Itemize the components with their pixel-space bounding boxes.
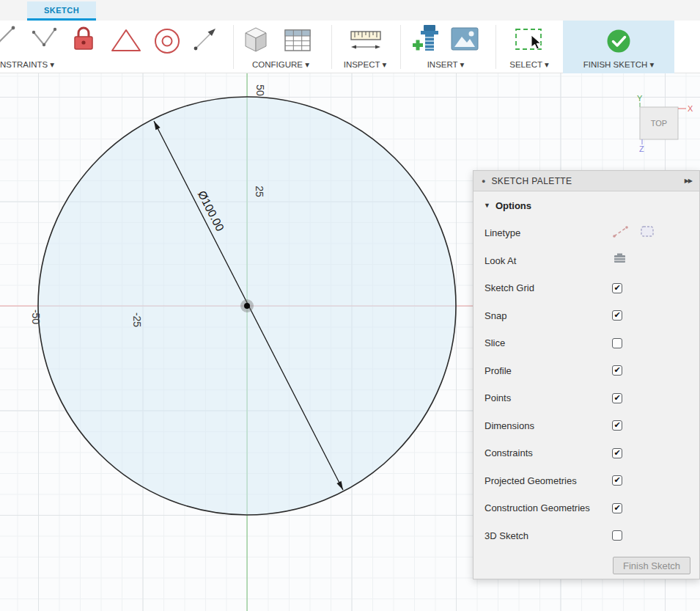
check-icon: ✔ (614, 421, 620, 429)
linetype-normal-icon[interactable] (639, 224, 655, 242)
origin-point[interactable] (244, 303, 250, 309)
palette-row-projected-geometries: Projected Geometries ✔ (474, 467, 699, 495)
check-icon: ✔ (614, 394, 620, 402)
toolbar-group-select: SELECT ▾ (500, 21, 559, 73)
options-section-header[interactable]: ▼ Options (474, 191, 699, 219)
viewcube[interactable]: Y TOP X Z (629, 91, 699, 153)
caret-down-icon: ▼ (484, 202, 490, 209)
sketch-line-icon[interactable] (0, 25, 16, 54)
row-label: Linetype (485, 227, 520, 238)
options-label: Options (495, 200, 531, 211)
configure-menu[interactable]: CONFIGURE ▾ (237, 59, 324, 70)
circle-sketch-icon[interactable] (151, 26, 183, 59)
check-icon: ✔ (614, 449, 620, 457)
palette-row-slice: Slice (474, 329, 699, 357)
insert-menu[interactable]: INSERT ▾ (405, 59, 487, 70)
checkbox-projected-geometries[interactable]: ✔ (612, 475, 622, 486)
inspect-menu[interactable]: INSPECT ▾ (336, 59, 394, 70)
toolbar-divider (400, 25, 401, 69)
check-icon: ✔ (614, 476, 620, 484)
sketch-palette-panel: ● SKETCH PALETTE ▶▶ ▼ Options Linetype (473, 170, 700, 579)
tab-bar: SKETCH (0, 0, 700, 21)
finish-check-icon[interactable] (605, 28, 632, 57)
tab-sketch[interactable]: SKETCH (27, 1, 96, 21)
viewcube-x-label: X (688, 104, 693, 113)
row-label: Construction Geometries (485, 502, 590, 513)
toolbar-group-inspect: INSPECT ▾ (336, 21, 394, 73)
checkbox-construction-geometries[interactable]: ✔ (612, 503, 622, 513)
check-icon: ✔ (614, 311, 620, 319)
palette-row-sketch-grid: Sketch Grid ✔ (474, 274, 699, 302)
finish-sketch-button[interactable]: Finish Sketch (613, 557, 690, 574)
palette-row-linetype: Linetype (474, 219, 699, 247)
palette-row-snap: Snap ✔ (474, 302, 699, 330)
select-box-icon[interactable] (513, 27, 545, 56)
linetype-construction-icon[interactable] (612, 224, 630, 242)
toolbar: NSTRAINTS ▾ CONFIGURE ▾ INSPECT ▾ (0, 21, 700, 73)
insert-fastener-icon[interactable] (412, 23, 441, 59)
table-icon[interactable] (283, 26, 312, 57)
viewcube-z-label: Z (639, 144, 644, 153)
row-label: Look At (485, 255, 516, 266)
checkbox-snap[interactable]: ✔ (612, 310, 622, 321)
row-label: Slice (485, 337, 505, 348)
palette-row-construction-geometries: Construction Geometries ✔ (474, 494, 699, 522)
row-label: Sketch Grid (485, 282, 534, 293)
checkbox-3d-sketch[interactable] (612, 530, 622, 541)
measure-ruler-icon[interactable] (349, 27, 383, 56)
triangle-sketch-icon[interactable] (110, 28, 142, 56)
viewcube-y-label: Y (637, 94, 643, 103)
grip-icon: ● (482, 178, 485, 185)
checkbox-dimensions[interactable]: ✔ (612, 420, 622, 431)
fusion-window: { "colors": { "accent_blue": "#0696d7", … (0, 0, 700, 611)
toolbar-divider (233, 25, 234, 69)
palette-row-look-at: Look At (474, 247, 699, 275)
viewcube-face-label[interactable]: TOP (651, 119, 667, 128)
palette-row-points: Points ✔ (474, 384, 699, 412)
palette-title: SKETCH PALETTE (491, 176, 572, 186)
check-icon: ✔ (614, 284, 620, 292)
select-menu[interactable]: SELECT ▾ (500, 59, 559, 70)
toolbar-divider (331, 25, 332, 69)
check-icon: ✔ (614, 366, 620, 374)
checkbox-constraints[interactable]: ✔ (612, 448, 622, 458)
toolbar-group-constraints: NSTRAINTS ▾ (0, 21, 232, 73)
palette-row-constraints: Constraints ✔ (474, 439, 699, 467)
check-icon: ✔ (614, 504, 620, 512)
constraints-menu[interactable]: NSTRAINTS ▾ (0, 59, 232, 70)
row-label: Points (485, 392, 511, 403)
collapse-palette-icon[interactable]: ▶▶ (685, 178, 692, 184)
insert-image-icon[interactable] (450, 26, 479, 56)
toolbar-divider (495, 25, 496, 69)
row-label: 3D Sketch (485, 530, 528, 541)
checkbox-sketch-grid[interactable]: ✔ (612, 283, 622, 293)
point-snap-icon[interactable] (191, 26, 220, 56)
palette-row-3d-sketch: 3D Sketch (474, 522, 699, 550)
toolbar-group-finish-sketch[interactable]: FINISH SKETCH ▾ (563, 21, 674, 73)
toolbar-group-insert: INSERT ▾ (405, 21, 487, 73)
finish-sketch-menu[interactable]: FINISH SKETCH ▾ (563, 59, 674, 70)
grid-label-neg25: -25 (131, 312, 143, 327)
grid-label-25: 25 (254, 186, 265, 197)
row-label: Constraints (485, 447, 533, 458)
palette-rows: Linetype Look At (474, 219, 699, 549)
row-label: Snap (485, 310, 506, 321)
grid-label-50: 50 (254, 84, 266, 96)
polyline-icon[interactable] (31, 25, 59, 54)
palette-row-profile: Profile ✔ (474, 357, 699, 385)
row-label: Dimensions (485, 420, 534, 431)
look-at-icon[interactable] (612, 252, 628, 268)
checkbox-points[interactable]: ✔ (612, 393, 622, 403)
lock-constraint-icon[interactable] (72, 25, 95, 56)
palette-footer: Finish Sketch (474, 549, 699, 579)
row-label: Profile (485, 365, 512, 376)
cube-icon[interactable] (242, 25, 270, 57)
row-label: Projected Geometries (485, 475, 577, 486)
palette-row-dimensions: Dimensions ✔ (474, 412, 699, 440)
checkbox-slice[interactable] (612, 338, 622, 348)
grid-label-neg50: -50 (30, 310, 42, 324)
checkbox-profile[interactable]: ✔ (612, 365, 622, 376)
sketch-canvas[interactable]: Ø100.00 50 25 -50 -25 Y TOP X Z ● SKETCH… (0, 73, 700, 611)
palette-header[interactable]: ● SKETCH PALETTE ▶▶ (474, 171, 699, 191)
toolbar-group-configure: CONFIGURE ▾ (237, 21, 324, 73)
